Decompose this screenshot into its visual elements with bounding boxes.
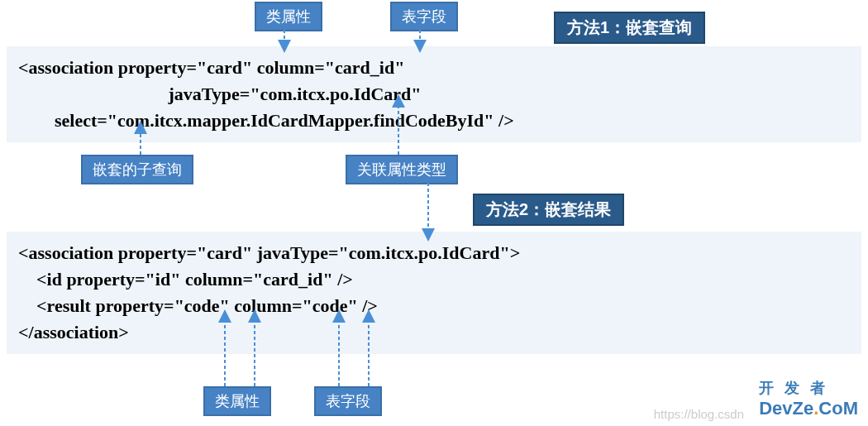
code-block-1: <association property="card" column="car… (7, 46, 861, 142)
label-class-property-top: 类属性 (255, 2, 322, 31)
label-table-field-bottom: 表字段 (314, 386, 382, 416)
code2-line3: <result property="code" column="code" /> (18, 293, 850, 319)
code1-line2: javaType="com.itcx.po.IdCard" (18, 81, 850, 108)
label-nested-subquery: 嵌套的子查询 (81, 155, 193, 184)
label-class-property-bottom: 类属性 (203, 386, 271, 416)
code1-line1: <association property="card" column="car… (18, 55, 850, 81)
watermark-brand-line1: 开 发 者 (759, 378, 858, 398)
label-assoc-type: 关联属性类型 (346, 155, 458, 184)
watermark-brand: 开 发 者 DevZe.CoM (759, 378, 858, 419)
watermark-brand-a: DevZe (759, 398, 813, 419)
label-table-field-top: 表字段 (390, 2, 458, 31)
watermark-brand-c: CoM (818, 398, 858, 419)
watermark-brand-line2: DevZe.CoM (759, 398, 858, 419)
code2-line1: <association property="card" javaType="c… (18, 240, 850, 266)
code2-line4: </association> (18, 319, 850, 346)
title-method1: 方法1：嵌套查询 (554, 12, 705, 44)
code-block-2: <association property="card" javaType="c… (7, 232, 861, 354)
code1-line3: select="com.itcx.mapper.IdCardMapper.fin… (18, 108, 850, 134)
title-method2: 方法2：嵌套结果 (473, 194, 624, 226)
code2-line2: <id property="id" column="card_id" /> (18, 266, 850, 293)
watermark-url: https://blog.csdn (654, 407, 744, 421)
